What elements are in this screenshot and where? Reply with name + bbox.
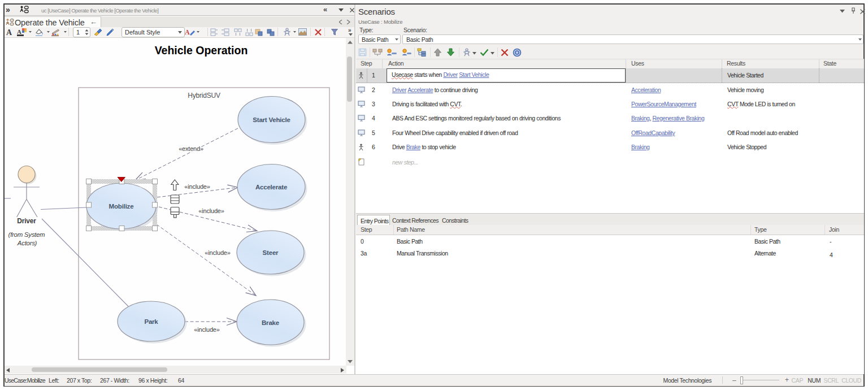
svg-text:«include»: «include»: [198, 207, 224, 214]
svg-text:Driver: Driver: [17, 217, 36, 225]
svg-text:Steer: Steer: [263, 249, 279, 256]
svg-text:«extend»: «extend»: [179, 145, 203, 152]
svg-text:Brake: Brake: [262, 319, 279, 326]
svg-text:Start Vehicle: Start Vehicle: [253, 116, 290, 123]
svg-text:(from System: (from System: [8, 231, 45, 238]
svg-text:«include»: «include»: [184, 183, 210, 190]
svg-text:A: A: [17, 28, 21, 35]
svg-text:«include»: «include»: [194, 326, 219, 333]
svg-text:Actors): Actors): [17, 240, 37, 246]
svg-text:«include»: «include»: [205, 249, 230, 256]
svg-text:Vehicle Operation: Vehicle Operation: [155, 44, 248, 57]
svg-text:Mobilize: Mobilize: [109, 203, 134, 210]
svg-text:Park: Park: [144, 318, 158, 325]
svg-text:A: A: [185, 28, 190, 36]
svg-text:HybridSUV: HybridSUV: [188, 92, 220, 99]
svg-text:Accelerate: Accelerate: [255, 184, 287, 190]
